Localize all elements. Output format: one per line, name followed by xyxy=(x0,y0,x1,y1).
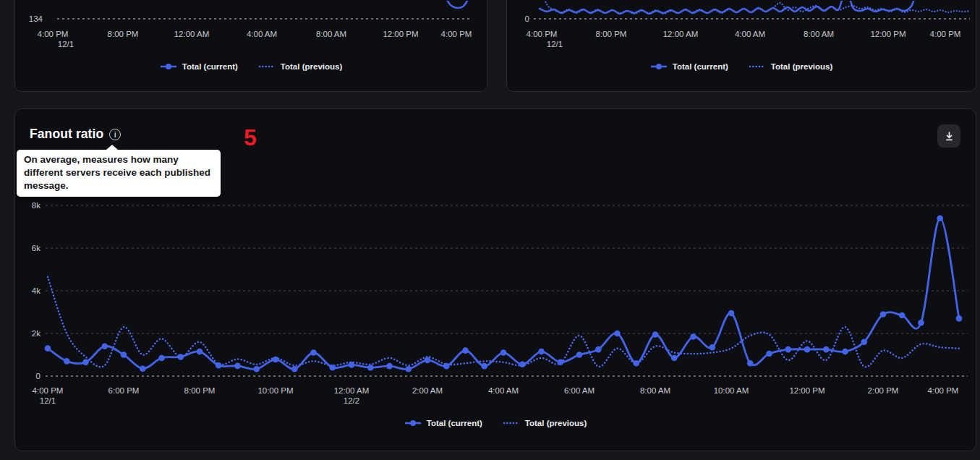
legend-marker-previous-icon xyxy=(749,63,766,70)
chart-card-top-right: Total (current) Total (previous) 04:00 P… xyxy=(506,0,976,92)
x-tick-label: 12:00 AM xyxy=(174,30,210,38)
x-tick-label: 8:00 AM xyxy=(804,30,834,38)
legend-item-previous[interactable]: Total (previous) xyxy=(749,62,832,71)
x-tick-label: 12:00 PM xyxy=(870,30,906,38)
top-left-chart-canvas[interactable] xyxy=(15,1,487,91)
legend-marker-previous-icon xyxy=(258,63,276,70)
x-tick-label: 8:00 PM xyxy=(184,386,216,395)
data-point-marker xyxy=(291,366,298,372)
y-tick-label: 0 xyxy=(16,372,41,380)
x-tick-label: 12:00 AM xyxy=(334,386,370,395)
x-tick-label: 4:00 PM xyxy=(928,386,959,395)
data-point-marker xyxy=(140,365,146,372)
annotation-marker-5: 5 xyxy=(244,124,257,151)
data-point-marker xyxy=(804,346,811,353)
x-tick-label: 4:00 PM xyxy=(930,30,961,38)
data-point-marker xyxy=(310,349,317,356)
legend-item-current[interactable]: Total (current) xyxy=(160,62,238,71)
x-tick-date: 12/1 xyxy=(58,40,74,48)
x-tick-label: 12:00 AM xyxy=(663,30,699,38)
data-point-marker xyxy=(728,310,735,317)
data-point-marker xyxy=(595,346,602,353)
data-point-marker xyxy=(557,359,563,366)
x-tick-label: 4:00 AM xyxy=(247,30,277,38)
data-point-marker xyxy=(443,363,450,370)
data-point-marker xyxy=(861,339,867,346)
x-tick-label: 4:00 PM xyxy=(441,30,472,38)
data-point-marker xyxy=(576,352,583,358)
data-point-marker xyxy=(766,351,772,357)
legend-label: Total (current) xyxy=(673,62,728,71)
data-point-marker xyxy=(273,357,279,363)
data-point-marker xyxy=(785,346,791,353)
data-point-marker xyxy=(633,360,639,367)
y-tick-label: 0 xyxy=(508,14,529,23)
x-tick-label: 4:00 AM xyxy=(735,30,765,38)
x-tick-label: 4:00 PM xyxy=(527,30,558,38)
y-tick-label: 134 xyxy=(18,14,43,23)
data-point-marker xyxy=(899,312,906,319)
legend-label: Total (current) xyxy=(182,62,238,71)
x-tick-label: 8:00 AM xyxy=(640,386,670,395)
data-point-marker xyxy=(121,352,127,358)
data-point-marker xyxy=(197,349,203,355)
x-tick-date: 12/2 xyxy=(344,396,359,405)
data-point-marker xyxy=(880,311,887,318)
data-point-marker xyxy=(405,366,412,372)
data-point-marker xyxy=(671,355,678,362)
legend-label: Total (previous) xyxy=(771,62,832,71)
legend-item-current[interactable]: Total (current) xyxy=(404,419,482,427)
legend-item-current[interactable]: Total (current) xyxy=(650,62,728,71)
x-tick-label: 12:00 PM xyxy=(789,386,825,395)
data-point-marker xyxy=(614,331,621,337)
series-current xyxy=(48,218,959,370)
data-point-marker xyxy=(842,349,848,355)
x-tick-label: 10:00 PM xyxy=(257,386,293,395)
chart-legend: Total (current) Total (previous) xyxy=(507,62,976,71)
data-point-marker xyxy=(329,365,336,371)
data-point-marker xyxy=(349,362,355,368)
data-point-marker xyxy=(158,355,165,362)
x-tick-label: 4:00 PM xyxy=(38,30,69,38)
chart-card-top-left: Total (current) Total (previous) 1344:00… xyxy=(14,0,487,92)
legend-marker-previous-icon xyxy=(503,419,520,427)
data-point-marker xyxy=(101,343,108,349)
data-point-marker xyxy=(823,346,830,353)
data-point-marker xyxy=(747,360,754,367)
data-point-marker xyxy=(234,363,241,370)
data-point-marker xyxy=(519,361,526,367)
x-tick-label: 2:00 AM xyxy=(412,386,443,395)
data-point-marker xyxy=(500,349,507,356)
chart-legend: Total (current) Total (previous) xyxy=(15,62,487,71)
data-point-marker xyxy=(64,358,70,365)
data-point-marker xyxy=(177,354,184,360)
data-point-marker xyxy=(652,331,659,338)
x-tick-date: 12/1 xyxy=(40,396,56,405)
legend-marker-current-icon xyxy=(650,63,668,70)
data-point-marker xyxy=(45,345,51,352)
legend-label: Total (previous) xyxy=(281,62,342,71)
chart-legend: Total (current) Total (previous) xyxy=(15,419,976,427)
x-tick-label: 8:00 AM xyxy=(316,30,346,38)
data-point-marker xyxy=(462,347,469,354)
legend-item-previous[interactable]: Total (previous) xyxy=(258,62,342,71)
x-tick-date: 12/1 xyxy=(547,40,563,48)
data-point-marker xyxy=(253,366,260,372)
data-point-marker xyxy=(690,333,696,340)
data-point-marker xyxy=(386,363,393,370)
data-point-marker xyxy=(216,362,222,369)
y-tick-label: 8k xyxy=(16,201,41,210)
y-tick-label: 4k xyxy=(16,286,41,295)
legend-label: Total (previous) xyxy=(525,419,587,427)
x-tick-label: 6:00 PM xyxy=(108,386,140,395)
info-tooltip: On average, measures how many different … xyxy=(17,150,221,197)
x-tick-label: 6:00 AM xyxy=(564,386,595,395)
x-tick-label: 10:00 AM xyxy=(714,386,749,395)
data-point-marker xyxy=(481,363,487,370)
data-point-marker xyxy=(956,315,963,322)
top-right-chart-canvas[interactable] xyxy=(507,1,976,91)
data-point-marker xyxy=(709,344,715,351)
x-tick-label: 4:00 PM xyxy=(33,386,64,395)
data-point-marker xyxy=(937,215,943,221)
legend-item-previous[interactable]: Total (previous) xyxy=(503,419,587,427)
